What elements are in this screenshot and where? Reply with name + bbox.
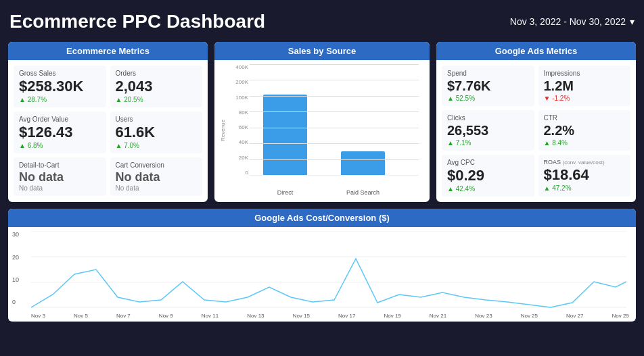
metric-avg-order-value: $126.43 [19,124,101,141]
x-label-nov27: Nov 27 [566,313,583,319]
y-label-20k: 20K [225,155,248,161]
google-ads-metrics-grid: Spend $7.76K ▲ 52.5% Impressions 1.2M ▼ … [442,66,630,197]
metric-roas-change: ▲ 47.2% [544,184,626,192]
grid-line-2 [250,80,419,80]
metric-detail-to-cart-label: Detail-to-Cart [19,161,101,169]
ecommerce-card-body: Gross Sales $258.30K ▲ 28.7% Orders 2,04… [8,60,208,201]
line-chart-polyline [31,259,626,307]
metric-avg-cpc-label: Avg CPC [447,159,529,166]
x-label-nov17: Nov 17 [338,313,355,319]
y-label-200k: 200K [225,79,248,85]
metric-ctr-change: ▲ 8.4% [544,139,626,147]
dashboard: Ecommerce PPC Dashboard Nov 3, 2022 - No… [0,0,644,330]
metric-avg-cpc-value: $0.29 [447,168,529,184]
metric-orders: Orders 2,043 ▲ 20.5% [110,66,203,107]
metric-impressions-change: ▼ -1.2% [544,95,626,102]
x-label-nov21: Nov 21 [430,313,446,319]
metric-gross-sales-change: ▲ 28.7% [19,96,101,103]
metric-ctr: CTR 2.2% ▲ 8.4% [538,110,631,151]
line-y-label-20: 20 [12,254,19,261]
sales-card: Sales by Source Revenue 400K 200K 100K 8… [214,42,430,202]
line-y-axis: 30 20 10 0 [12,231,19,305]
metric-clicks-value: 26,553 [447,123,529,138]
metric-orders-change: ▲ 20.5% [116,96,198,103]
metric-orders-label: Orders [116,70,198,77]
metric-roas-value: $18.64 [544,167,626,183]
grid-line-5 [250,128,419,128]
cost-conversion-card: Google Ads Cost/Conversion ($) 30 20 10 … [8,209,636,322]
google-ads-card-body: Spend $7.76K ▲ 52.5% Impressions 1.2M ▼ … [436,60,636,202]
metric-impressions: Impressions 1.2M ▼ -1.2% [538,66,631,106]
metric-avg-cpc-change: ▲ 42.4% [447,185,529,193]
metric-clicks-label: Clicks [447,114,529,122]
ecommerce-metrics-grid: Gross Sales $258.30K ▲ 28.7% Orders 2,04… [14,66,202,196]
metric-users-label: Users [116,116,198,123]
metric-roas: ROAS (conv. value/cost) $18.64 ▲ 47.2% [538,155,631,197]
date-range[interactable]: Nov 3, 2022 - Nov 30, 2022 ▾ [510,16,635,27]
metric-ctr-value: 2.2% [544,123,626,138]
metric-gross-sales-label: Gross Sales [19,70,101,77]
x-label-direct: Direct [263,189,307,196]
metric-users: Users 61.6K ▲ 7.0% [110,111,203,153]
metric-spend-label: Spend [447,70,529,77]
metric-clicks: Clicks 26,553 ▲ 7.1% [442,110,534,151]
line-chart-svg-wrapper: Nov 3 Nov 5 Nov 7 Nov 9 Nov 11 Nov 13 No… [15,231,629,319]
chart-plot-area [250,64,419,176]
x-label-paid-search: Paid Search [341,189,385,196]
metric-clicks-change: ▲ 7.1% [447,139,529,147]
line-chart-container: 30 20 10 0 Nov 3 N [8,227,636,322]
metric-avg-order-change: ▲ 6.8% [19,142,101,149]
metric-ctr-label: CTR [544,114,626,122]
line-y-label-10: 10 [12,276,19,283]
metric-detail-to-cart: Detail-to-Cart No data No data [14,157,106,196]
sales-card-header: Sales by Source [214,42,430,60]
metric-gross-sales: Gross Sales $258.30K ▲ 28.7% [14,66,106,107]
y-label-400k: 400K [225,64,248,70]
metric-detail-to-cart-value: No data [19,170,101,184]
y-label-60k: 60K [225,124,248,130]
y-label-40k: 40K [225,139,248,145]
metric-users-value: 61.6K [116,124,198,141]
metric-impressions-value: 1.2M [544,78,626,93]
metric-avg-order-label: Avg Order Value [19,116,101,123]
ecommerce-card-header: Ecommerce Metrics [8,42,208,60]
x-label-nov11: Nov 11 [202,313,218,319]
x-label-nov25: Nov 25 [521,313,538,319]
panels-row: Ecommerce Metrics Gross Sales $258.30K ▲… [8,42,636,202]
grid-line-3 [250,96,419,97]
x-labels: Direct Paid Search [250,189,419,196]
x-label-nov5: Nov 5 [74,313,88,319]
google-ads-card-header: Google Ads Metrics [436,42,636,60]
dashboard-title: Ecommerce PPC Dashboard [9,11,265,32]
x-label-nov7: Nov 7 [116,313,131,319]
metric-spend-value: $7.76K [447,78,529,93]
grid-line-7 [250,159,419,160]
metric-spend: Spend $7.76K ▲ 52.5% [442,66,534,106]
metric-avg-cpc: Avg CPC $0.29 ▲ 42.4% [442,155,534,197]
metric-avg-order: Avg Order Value $126.43 ▲ 6.8% [14,111,106,153]
grid-lines [250,64,419,176]
x-label-nov13: Nov 13 [247,313,264,319]
grid-line-8 [250,175,419,176]
sales-card-body: Revenue 400K 200K 100K 80K 60K 40K 20K 0 [214,60,430,199]
google-ads-card: Google Ads Metrics Spend $7.76K ▲ 52.5% … [436,42,636,202]
y-label-80k: 80K [225,109,248,116]
line-chart-svg [31,231,626,309]
x-label-nov9: Nov 9 [159,313,173,319]
grid-line-1 [250,64,419,65]
x-label-nov23: Nov 23 [475,313,492,319]
y-axis-labels: 400K 200K 100K 80K 60K 40K 20K 0 [225,64,248,176]
y-label-100k: 100K [225,95,248,101]
metric-spend-change: ▲ 52.5% [447,95,529,102]
metric-users-change: ▲ 7.0% [116,142,198,149]
x-label-nov19: Nov 19 [384,313,400,319]
metric-gross-sales-value: $258.30K [19,78,101,95]
metric-orders-value: 2,043 [116,78,198,95]
y-label-0: 0 [225,170,248,176]
metric-cart-conversion-sub: No data [116,184,198,192]
metric-roas-label: ROAS (conv. value/cost) [544,159,626,166]
metric-cart-conversion-label: Cart Conversion [116,161,198,169]
header: Ecommerce PPC Dashboard Nov 3, 2022 - No… [8,8,636,35]
bar-chart-container: Revenue 400K 200K 100K 80K 60K 40K 20K 0 [220,64,424,196]
grid-line-4 [250,111,419,112]
